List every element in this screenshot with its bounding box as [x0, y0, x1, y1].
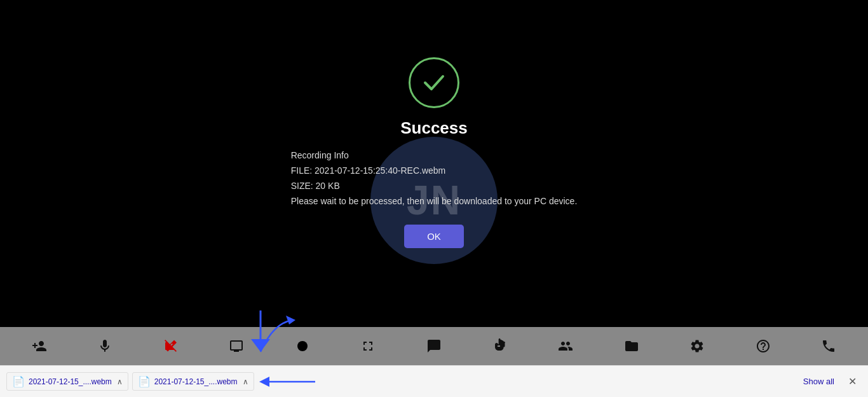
camera-button[interactable]	[156, 331, 186, 361]
chevron-icon-1[interactable]: ∧	[117, 377, 123, 386]
success-title: Success	[400, 118, 468, 138]
success-dialog: Success Recording Info FILE: 2021-07-12-…	[291, 57, 578, 247]
screen-share-button[interactable]	[221, 331, 252, 361]
file-icon-1: 📄	[12, 375, 25, 387]
chat-button[interactable]	[419, 331, 449, 361]
chevron-icon-2[interactable]: ∧	[243, 377, 248, 386]
svg-marker-5	[259, 377, 269, 387]
download-item-1[interactable]: 📄 2021-07-12-15_....webm ∧	[6, 372, 128, 391]
file-name-1: 2021-07-12-15_....webm	[29, 377, 112, 386]
participants-button[interactable]	[550, 331, 581, 361]
file-label: FILE: 2021-07-12-15:25:40-REC.webm	[291, 164, 578, 179]
svg-point-3	[297, 341, 308, 351]
show-all-button[interactable]: Show all	[798, 374, 839, 389]
download-item-2[interactable]: 📄 2021-07-12-15_....webm ∧	[132, 372, 254, 391]
microphone-button[interactable]	[90, 331, 120, 361]
recording-info: Recording Info FILE: 2021-07-12-15:25:40…	[291, 148, 578, 209]
add-participant-button[interactable]	[24, 331, 55, 361]
end-call-button[interactable]	[813, 331, 844, 361]
check-icon	[420, 69, 448, 97]
download-bar: 📄 2021-07-12-15_....webm ∧ 📄 2021-07-12-…	[0, 365, 868, 397]
processing-message: Please wait to be processed, then will b…	[291, 194, 578, 209]
file-icon-2: 📄	[138, 375, 151, 387]
close-download-bar-button[interactable]: ✕	[843, 373, 862, 390]
settings-button[interactable]	[682, 331, 712, 361]
raise-hand-button[interactable]	[484, 331, 515, 361]
fullscreen-button[interactable]	[353, 331, 383, 361]
success-check-circle	[409, 57, 459, 108]
help-button[interactable]	[748, 331, 778, 361]
file-name-2: 2021-07-12-15_....webm	[154, 377, 238, 386]
main-area: JN Success Recording Info FILE: 2021-07-…	[0, 0, 868, 324]
size-label: SIZE: 20 KB	[291, 179, 578, 194]
record-button[interactable]	[287, 331, 318, 361]
folder-button[interactable]	[616, 331, 647, 361]
toolbar	[0, 327, 868, 365]
bottom-arrow-annotation	[258, 369, 322, 394]
ok-button[interactable]: OK	[404, 225, 464, 248]
recording-info-label: Recording Info	[291, 148, 578, 164]
